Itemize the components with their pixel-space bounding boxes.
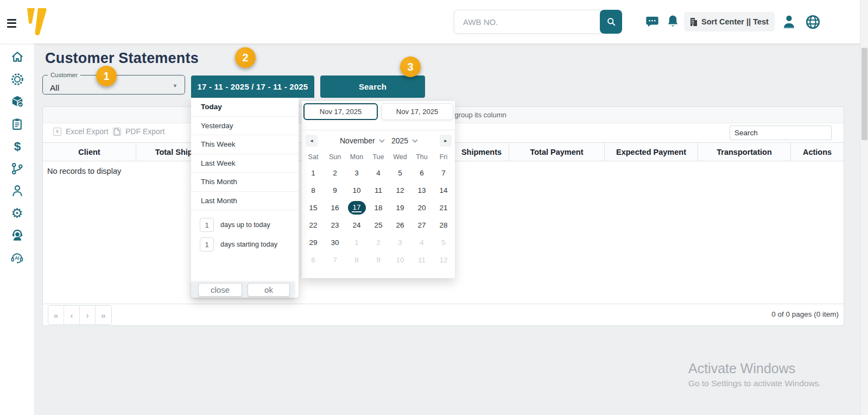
bell-icon[interactable] — [667, 14, 679, 29]
day-cell[interactable]: 16 — [324, 199, 346, 216]
day-cell[interactable]: 12 — [389, 181, 411, 199]
day-cell[interactable]: 28 — [433, 216, 454, 234]
awb-search-button[interactable] — [600, 10, 622, 34]
day-cell[interactable]: 1 — [302, 164, 324, 181]
brand-logo[interactable] — [25, 7, 49, 37]
sidebar: $ ⚙ — [0, 43, 35, 415]
chat-icon[interactable] — [645, 15, 660, 29]
branch-icon[interactable] — [10, 161, 25, 176]
column-header[interactable]: Client — [43, 143, 136, 161]
search-button[interactable]: Search — [320, 76, 425, 98]
chevron-down-icon: ▼ — [173, 83, 178, 89]
next-page-button[interactable]: › — [80, 306, 96, 324]
day-cell[interactable]: 9 — [324, 181, 346, 199]
column-header[interactable]: Shipments — [454, 143, 509, 161]
prev-page-button[interactable]: ‹ — [64, 306, 80, 324]
day-cell[interactable]: 7 — [324, 251, 346, 268]
grid-search-input[interactable] — [730, 129, 835, 137]
preset-item[interactable]: Today — [191, 98, 299, 117]
day-cell[interactable]: 22 — [302, 216, 324, 234]
column-header[interactable]: Total Payment — [509, 143, 605, 161]
sort-center-label: Sort Center || Test — [701, 17, 769, 26]
day-cell[interactable]: 29 — [302, 234, 324, 251]
month-select[interactable]: November — [340, 135, 385, 147]
start-date-input[interactable]: Nov 17, 2025 — [303, 103, 378, 120]
person-icon[interactable] — [10, 183, 25, 198]
building-icon — [690, 17, 698, 27]
days-up-input[interactable]: 1 — [200, 218, 214, 232]
day-cell[interactable]: 6 — [302, 251, 324, 268]
year-select[interactable]: 2025 — [391, 135, 418, 147]
package-check-icon[interactable] — [10, 94, 25, 109]
day-cell[interactable]: 23 — [324, 216, 346, 234]
day-cell-selected[interactable]: 17 — [346, 199, 368, 216]
next-month-icon[interactable]: ► — [440, 135, 452, 147]
day-cell[interactable]: 14 — [433, 181, 454, 199]
user-icon[interactable] — [782, 14, 796, 30]
day-cell[interactable]: 3 — [389, 234, 411, 251]
day-cell[interactable]: 12 — [433, 251, 454, 268]
day-cell[interactable]: 10 — [389, 251, 411, 268]
gear-badge-icon[interactable] — [10, 72, 25, 87]
preset-item[interactable]: Last Month — [191, 192, 299, 211]
day-cell[interactable]: 11 — [411, 251, 433, 268]
day-cell[interactable]: 15 — [302, 199, 324, 216]
day-cell[interactable]: 7 — [433, 164, 454, 181]
day-cell[interactable]: 20 — [411, 199, 433, 216]
column-header[interactable]: Actions — [791, 143, 844, 161]
day-cell[interactable]: 1 — [346, 234, 368, 251]
awb-input[interactable] — [454, 10, 603, 34]
day-cell[interactable]: 8 — [346, 251, 368, 268]
settings-gear-icon[interactable]: ⚙ — [10, 205, 25, 221]
first-page-button[interactable]: « — [48, 306, 64, 324]
preset-item[interactable]: This Week — [191, 135, 299, 154]
day-cell[interactable]: 9 — [368, 251, 389, 268]
close-button[interactable]: close — [198, 283, 242, 297]
ok-button[interactable]: ok — [248, 283, 290, 297]
day-cell[interactable]: 6 — [411, 164, 433, 181]
excel-icon: X — [53, 128, 61, 136]
activate-windows-watermark: Activate Windows Go to Settings to activ… — [688, 361, 821, 388]
day-cell[interactable]: 5 — [389, 164, 411, 181]
sort-center-badge[interactable]: Sort Center || Test — [684, 12, 775, 32]
menu-icon[interactable] — [7, 19, 16, 28]
day-cell[interactable]: 2 — [368, 234, 389, 251]
column-header[interactable]: Expected Payment — [605, 143, 698, 161]
preset-item[interactable]: Last Week — [191, 154, 299, 173]
date-range-button[interactable]: 17 - 11 - 2025 / 17 - 11 - 2025 — [191, 76, 314, 98]
home-icon[interactable] — [10, 49, 25, 65]
day-cell[interactable]: 21 — [433, 199, 454, 216]
day-cell[interactable]: 24 — [346, 216, 368, 234]
day-cell[interactable]: 13 — [411, 181, 433, 199]
preset-item[interactable]: Yesterday — [191, 117, 299, 136]
scrollbar-thumb[interactable] — [861, 48, 867, 140]
last-page-button[interactable]: » — [96, 306, 111, 324]
days-start-input[interactable]: 1 — [200, 237, 214, 251]
day-cell[interactable]: 27 — [411, 216, 433, 234]
day-cell[interactable]: 18 — [368, 199, 389, 216]
day-cell[interactable]: 4 — [411, 234, 433, 251]
day-cell[interactable]: 19 — [389, 199, 411, 216]
day-cell[interactable]: 5 — [433, 234, 454, 251]
end-date-input[interactable]: Nov 17, 2025 — [381, 103, 453, 120]
day-cell[interactable]: 4 — [368, 164, 389, 181]
page-scrollbar[interactable] — [860, 0, 868, 415]
prev-month-icon[interactable]: ◄ — [306, 135, 318, 147]
ai-headset-icon[interactable]: AI — [10, 250, 25, 265]
support-agent-icon[interactable] — [10, 228, 25, 243]
day-cell[interactable]: 26 — [389, 216, 411, 234]
day-cell[interactable]: 2 — [324, 164, 346, 181]
globe-icon[interactable] — [805, 14, 821, 30]
pdf-export-button[interactable]: PDF Export — [113, 127, 164, 136]
excel-export-button[interactable]: X Excel Export — [53, 127, 109, 136]
day-cell[interactable]: 8 — [302, 181, 324, 199]
day-cell[interactable]: 30 — [324, 234, 346, 251]
day-cell[interactable]: 11 — [368, 181, 389, 199]
column-header[interactable]: Transportation — [698, 143, 791, 161]
clipboard-icon[interactable] — [10, 116, 25, 131]
dollar-icon[interactable]: $ — [10, 139, 25, 154]
day-cell[interactable]: 3 — [346, 164, 368, 181]
day-cell[interactable]: 10 — [346, 181, 368, 199]
day-cell[interactable]: 25 — [368, 216, 389, 234]
preset-item[interactable]: This Month — [191, 173, 299, 192]
